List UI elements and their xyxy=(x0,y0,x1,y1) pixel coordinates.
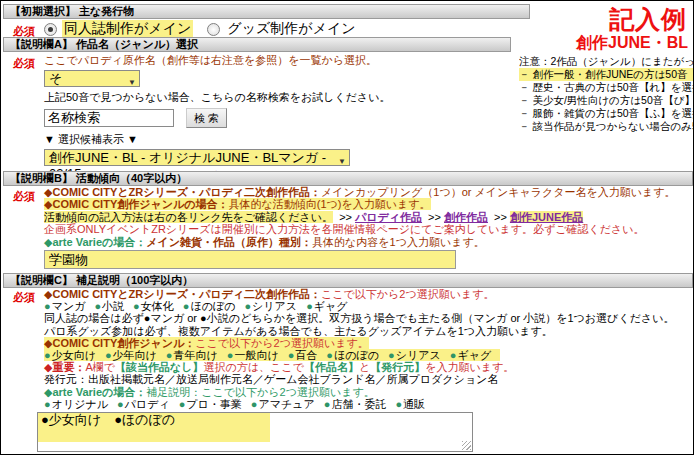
b-line1-rest: メインカップリング（1つ）or メインキャラクター名を入力願います。 xyxy=(321,186,676,198)
option-item: ほのぼの xyxy=(326,349,379,361)
b-line5-rest: 具体的な内容を1つ入力願います。 xyxy=(312,236,485,248)
example-genre: 創作JUNE・BL xyxy=(576,33,688,54)
sousaku-june-works-link[interactable]: 創作JUNE作品 xyxy=(510,211,583,223)
c-line5-rest: ここで以下から2つ選択願います。 xyxy=(195,337,368,349)
section-header-a: 【説明欄A】 作品名（ジャンル）選択 xyxy=(3,37,511,52)
note-item-rekishi: － 歴史・古典の方は50音【れ】を選択 xyxy=(519,81,694,94)
b-line5: ◆arte Varieの場合：メイン雑貨・作品（原作）種別：具体的な内容を1つ入… xyxy=(44,236,689,248)
b-line3: 活動傾向の記入方法は右の各リンク先をご確認ください。 >>パロディ作品 >>創作… xyxy=(44,211,689,223)
c-line5: ◆COMIC CITY創作ジャンル：ここで以下から2つ選択願います。 xyxy=(44,337,692,349)
chevron-down-icon: ▼ xyxy=(338,154,346,170)
notes-title: 注意：2作品（ジャンル）にまたがっての配置はできません。 xyxy=(519,55,694,68)
section-b-body: ◆COMIC CITYとZRシリーズ・パロディ二次創作作品：メインカップリング（… xyxy=(44,186,689,269)
c-line7: ◆重要：A欄で【該当作品なし】選択の方は、ここで【作品名】と【発行元】を入力願い… xyxy=(44,361,692,373)
b-line3-text: 活動傾向の記入方法は右の各リンク先をご確認ください。 xyxy=(44,211,333,223)
sousaku-works-link[interactable]: 創作作品 xyxy=(444,211,488,223)
b-line4: 企画系ONLYイベントZRシリーズは開催別に入力方法を各開催情報ページにてご案内… xyxy=(44,223,689,235)
c-line7-seg1: A欄で xyxy=(85,361,115,373)
c-line3: 同人誌の場合は必ず●マンガ or ●小説のどちらかを選択。双方扱う場合でも主たる… xyxy=(44,312,692,324)
c-line1-rest: ここで以下から2つ選択願います。 xyxy=(321,288,494,300)
candidates-label: ▼ 選択候補表示 ▼ xyxy=(44,132,514,147)
option-item: 百合 xyxy=(288,349,318,361)
b-line2: ◆COMIC CITY創作ジャンルの場合：具体的な活動傾向(1つ)を入力願います… xyxy=(44,198,689,210)
c-line9-lead: ◆arte Varieの場合： xyxy=(44,386,146,398)
option-item: 店舗・委託 xyxy=(324,398,387,410)
candidate-select[interactable]: 創作JUNE・BL - オリジナルJUNE・BLマンガ - 03/15 ▼ xyxy=(44,149,350,166)
section-header-a-label: 【説明欄A】 作品名（ジャンル）選択 xyxy=(10,38,198,50)
option-item: 通販 xyxy=(395,398,425,410)
radio-goods-main-label[interactable]: グッズ制作がメイン xyxy=(225,20,357,38)
activity-trend-input[interactable] xyxy=(44,250,456,269)
c-line9-rest: 補足説明：ここで以下から2つ選択願います。 xyxy=(146,386,374,398)
b-line2-rest: 具体的な活動傾向(1つ)を入力願います。 xyxy=(229,198,431,210)
c-options-parody: マンガ小説女体化ほのぼのシリアスギャグ xyxy=(44,300,692,312)
b-sep2: >> xyxy=(428,211,441,223)
c-line7-hl1: 【該当作品なし】 xyxy=(115,361,204,373)
entry-form-page: 【初期選択】 主な発行物 記入例 創作JUNE・BL 必須 同人誌制作がメイン … xyxy=(0,0,694,455)
option-item: 青年向け xyxy=(166,349,218,361)
kana-select[interactable]: そ ▼ xyxy=(44,70,140,87)
chevron-down-icon: ▼ xyxy=(128,75,136,91)
parody-works-link[interactable]: パロディ作品 xyxy=(355,211,422,223)
option-item: プロ・事業 xyxy=(179,398,242,410)
note-item-sousaku: － 創作一般・創作JUNEの方は50音【そ】を選択 xyxy=(519,68,694,81)
option-item: シリアス xyxy=(388,349,441,361)
search-button[interactable]: 検 索 xyxy=(186,108,227,128)
b-line1: ◆COMIC CITYとZRシリーズ・パロディ二次創作作品：メインカップリング（… xyxy=(44,186,689,198)
c-line7-hl2: 【作品名】 xyxy=(304,361,359,373)
b-line1-lead: ◆COMIC CITYとZRシリーズ・パロディ二次創作作品： xyxy=(44,186,321,198)
section-c-body: ◆COMIC CITYとZRシリーズ・パロディ二次創作作品：ここで以下から2つ選… xyxy=(44,288,692,452)
option-item: シリアス xyxy=(244,300,297,312)
kana-select-value: そ xyxy=(49,71,62,86)
a-instruction: ここでパロディ原作名（創作等は右注意を参照）を一覧から選択。 xyxy=(44,53,514,68)
c-options-artevarie: オリジナルパロディプロ・事業アマチュア店舗・委託通販 xyxy=(44,398,692,410)
option-item: 小説 xyxy=(94,300,124,312)
option-item: オリジナル xyxy=(44,398,108,410)
required-badge-a: 必須 xyxy=(13,56,35,71)
note-item-bishoujo: － 美少女/男性向けの方は50音【び】を選択 xyxy=(519,94,694,107)
option-item: 少年向け xyxy=(105,349,157,361)
a-search-row: 検 索 xyxy=(44,108,514,128)
option-item: マンガ xyxy=(44,300,85,312)
b-line2-lead: ◆COMIC CITY創作ジャンルの場合： xyxy=(44,198,229,210)
option-item: アマチュア xyxy=(251,398,315,410)
section-header-b: 【説明欄B】 活動傾向（40字以内） xyxy=(3,171,693,186)
c-line5-lead: ◆COMIC CITY創作ジャンル： xyxy=(44,337,195,349)
radio-doujinshi-main[interactable] xyxy=(44,23,57,36)
genre-notes: 注意：2作品（ジャンル）にまたがっての配置はできません。 － 創作一般・創作JU… xyxy=(519,55,694,133)
c-line1-lead: ◆COMIC CITYとZRシリーズ・パロディ二次創作作品： xyxy=(44,288,321,300)
b-sep1: >> xyxy=(339,211,352,223)
c-line4: パロ系グッズ参加は必ず、複数アイテムがある場合でも、主たるグッズアイテムを1つ入… xyxy=(44,325,692,337)
option-item: 一般向け xyxy=(227,349,279,361)
note-item-gaitou: － 該当作品が見つからない場合のみ50音【が】を選択 xyxy=(519,120,694,133)
resize-grip-icon[interactable] xyxy=(462,441,471,450)
note-item-fukushoku: － 服飾・雑貨の方は50音【ふ】を選択 xyxy=(519,107,694,120)
b-sep3: >> xyxy=(494,211,507,223)
c-line9: ◆arte Varieの場合：補足説明：ここで以下から2つ選択願います。 xyxy=(44,386,692,398)
option-item: ほのぼの xyxy=(183,300,236,312)
radio-goods-main[interactable] xyxy=(207,23,220,36)
main-publication-radio-group: 同人誌制作がメイン グッズ制作がメイン xyxy=(44,20,372,38)
section-header-initial: 【初期選択】 主な発行物 xyxy=(3,4,530,19)
section-a-body: ここでパロディ原作名（創作等は右注意を参照）を一覧から選択。 そ ▼ 上記50音… xyxy=(44,53,514,186)
section-header-initial-label: 【初期選択】 主な発行物 xyxy=(10,5,134,17)
search-input[interactable] xyxy=(44,109,174,127)
option-item: 少女向け xyxy=(44,349,96,361)
option-item: パロディ xyxy=(117,398,170,410)
c-options-sousaku: 少女向け少年向け青年向け一般向け百合ほのぼのシリアスギャグ xyxy=(44,349,692,361)
b-line5-lead: ◆arte Varieの場合： xyxy=(44,236,146,248)
c-line7-seg3: と xyxy=(359,361,370,373)
c-line7-seg4: を入力願います。 xyxy=(425,361,514,373)
b-line5-mid: メイン雑貨・作品（原作）種別： xyxy=(146,236,312,248)
c-line7-lead: ◆重要： xyxy=(44,361,85,373)
a-search-hint: 上記50音で見つからない場合、こちらの名称検索をお試しください。 xyxy=(44,90,514,105)
section-header-c: 【説明欄C】 補足説明（100字以内） xyxy=(3,273,693,288)
supplement-textarea[interactable]: ●少女向け ●ほのぼの xyxy=(37,412,473,452)
option-item: ギャグ xyxy=(306,300,347,312)
c-line7-hl3: 【発行元】 xyxy=(370,361,425,373)
option-item: ギャグ xyxy=(450,349,491,361)
radio-doujinshi-main-label[interactable]: 同人誌制作がメイン xyxy=(62,20,193,38)
option-item: 女体化 xyxy=(133,300,174,312)
c-line8: 発行元：出版社掲載元名／放送局制作元名／ゲーム会社ブランド名／所属プロダクション… xyxy=(44,373,692,385)
section-header-b-label: 【説明欄B】 活動傾向（40字以内） xyxy=(10,172,187,184)
